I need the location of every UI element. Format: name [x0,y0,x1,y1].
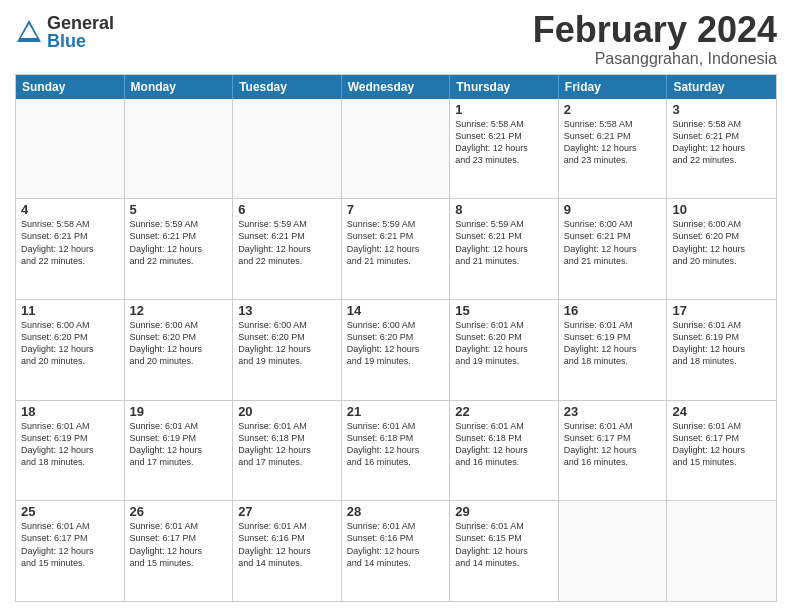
calendar-cell: 28Sunrise: 6:01 AM Sunset: 6:16 PM Dayli… [342,501,451,601]
calendar-row-1: 4Sunrise: 5:58 AM Sunset: 6:21 PM Daylig… [16,198,776,299]
calendar-cell: 1Sunrise: 5:58 AM Sunset: 6:21 PM Daylig… [450,99,559,199]
header-day-saturday: Saturday [667,75,776,99]
page: General Blue February 2024 Pasanggrahan,… [0,0,792,612]
day-number: 9 [564,202,662,217]
day-number: 23 [564,404,662,419]
day-info: Sunrise: 6:01 AM Sunset: 6:15 PM Dayligh… [455,520,553,569]
day-info: Sunrise: 6:01 AM Sunset: 6:19 PM Dayligh… [564,319,662,368]
calendar: SundayMondayTuesdayWednesdayThursdayFrid… [15,74,777,602]
day-info: Sunrise: 6:01 AM Sunset: 6:18 PM Dayligh… [347,420,445,469]
day-info: Sunrise: 5:58 AM Sunset: 6:21 PM Dayligh… [455,118,553,167]
day-number: 6 [238,202,336,217]
calendar-cell: 19Sunrise: 6:01 AM Sunset: 6:19 PM Dayli… [125,401,234,501]
calendar-cell: 27Sunrise: 6:01 AM Sunset: 6:16 PM Dayli… [233,501,342,601]
calendar-cell: 8Sunrise: 5:59 AM Sunset: 6:21 PM Daylig… [450,199,559,299]
day-number: 8 [455,202,553,217]
day-info: Sunrise: 6:01 AM Sunset: 6:17 PM Dayligh… [672,420,771,469]
day-info: Sunrise: 5:58 AM Sunset: 6:21 PM Dayligh… [564,118,662,167]
calendar-cell: 10Sunrise: 6:00 AM Sunset: 6:20 PM Dayli… [667,199,776,299]
logo-icon [15,18,43,46]
calendar-cell: 7Sunrise: 5:59 AM Sunset: 6:21 PM Daylig… [342,199,451,299]
day-number: 19 [130,404,228,419]
day-number: 16 [564,303,662,318]
logo-blue: Blue [47,32,114,50]
header: General Blue February 2024 Pasanggrahan,… [15,10,777,68]
day-number: 24 [672,404,771,419]
header-day-monday: Monday [125,75,234,99]
calendar-cell: 14Sunrise: 6:00 AM Sunset: 6:20 PM Dayli… [342,300,451,400]
location: Pasanggrahan, Indonesia [533,50,777,68]
day-number: 4 [21,202,119,217]
calendar-cell [16,99,125,199]
calendar-cell [559,501,668,601]
day-number: 17 [672,303,771,318]
day-number: 21 [347,404,445,419]
day-info: Sunrise: 6:00 AM Sunset: 6:20 PM Dayligh… [238,319,336,368]
day-info: Sunrise: 6:00 AM Sunset: 6:20 PM Dayligh… [672,218,771,267]
day-number: 20 [238,404,336,419]
header-day-wednesday: Wednesday [342,75,451,99]
header-day-tuesday: Tuesday [233,75,342,99]
day-info: Sunrise: 6:01 AM Sunset: 6:17 PM Dayligh… [21,520,119,569]
day-number: 2 [564,102,662,117]
calendar-cell: 4Sunrise: 5:58 AM Sunset: 6:21 PM Daylig… [16,199,125,299]
day-number: 25 [21,504,119,519]
day-info: Sunrise: 6:01 AM Sunset: 6:17 PM Dayligh… [564,420,662,469]
calendar-cell: 15Sunrise: 6:01 AM Sunset: 6:20 PM Dayli… [450,300,559,400]
day-number: 1 [455,102,553,117]
header-day-thursday: Thursday [450,75,559,99]
header-day-sunday: Sunday [16,75,125,99]
calendar-row-4: 25Sunrise: 6:01 AM Sunset: 6:17 PM Dayli… [16,500,776,601]
calendar-cell: 3Sunrise: 5:58 AM Sunset: 6:21 PM Daylig… [667,99,776,199]
calendar-cell: 11Sunrise: 6:00 AM Sunset: 6:20 PM Dayli… [16,300,125,400]
calendar-cell: 18Sunrise: 6:01 AM Sunset: 6:19 PM Dayli… [16,401,125,501]
day-number: 14 [347,303,445,318]
day-info: Sunrise: 6:00 AM Sunset: 6:20 PM Dayligh… [130,319,228,368]
day-info: Sunrise: 6:01 AM Sunset: 6:18 PM Dayligh… [238,420,336,469]
day-number: 10 [672,202,771,217]
calendar-cell [125,99,234,199]
day-number: 18 [21,404,119,419]
day-info: Sunrise: 5:59 AM Sunset: 6:21 PM Dayligh… [130,218,228,267]
calendar-cell: 22Sunrise: 6:01 AM Sunset: 6:18 PM Dayli… [450,401,559,501]
calendar-cell [342,99,451,199]
day-number: 28 [347,504,445,519]
day-number: 13 [238,303,336,318]
day-info: Sunrise: 5:59 AM Sunset: 6:21 PM Dayligh… [455,218,553,267]
logo: General Blue [15,14,114,50]
day-info: Sunrise: 6:01 AM Sunset: 6:18 PM Dayligh… [455,420,553,469]
calendar-cell: 16Sunrise: 6:01 AM Sunset: 6:19 PM Dayli… [559,300,668,400]
day-info: Sunrise: 6:01 AM Sunset: 6:20 PM Dayligh… [455,319,553,368]
calendar-cell: 21Sunrise: 6:01 AM Sunset: 6:18 PM Dayli… [342,401,451,501]
day-number: 12 [130,303,228,318]
day-info: Sunrise: 6:01 AM Sunset: 6:19 PM Dayligh… [130,420,228,469]
day-info: Sunrise: 6:01 AM Sunset: 6:19 PM Dayligh… [672,319,771,368]
day-info: Sunrise: 6:01 AM Sunset: 6:16 PM Dayligh… [238,520,336,569]
month-title: February 2024 [533,10,777,50]
calendar-cell: 20Sunrise: 6:01 AM Sunset: 6:18 PM Dayli… [233,401,342,501]
day-info: Sunrise: 6:00 AM Sunset: 6:20 PM Dayligh… [347,319,445,368]
day-info: Sunrise: 5:59 AM Sunset: 6:21 PM Dayligh… [347,218,445,267]
day-info: Sunrise: 6:01 AM Sunset: 6:16 PM Dayligh… [347,520,445,569]
day-info: Sunrise: 6:01 AM Sunset: 6:17 PM Dayligh… [130,520,228,569]
logo-text: General Blue [47,14,114,50]
day-number: 7 [347,202,445,217]
day-info: Sunrise: 6:00 AM Sunset: 6:20 PM Dayligh… [21,319,119,368]
calendar-row-2: 11Sunrise: 6:00 AM Sunset: 6:20 PM Dayli… [16,299,776,400]
day-number: 5 [130,202,228,217]
day-number: 26 [130,504,228,519]
logo-general: General [47,14,114,32]
calendar-cell: 23Sunrise: 6:01 AM Sunset: 6:17 PM Dayli… [559,401,668,501]
day-info: Sunrise: 5:58 AM Sunset: 6:21 PM Dayligh… [21,218,119,267]
calendar-cell: 24Sunrise: 6:01 AM Sunset: 6:17 PM Dayli… [667,401,776,501]
day-number: 3 [672,102,771,117]
title-area: February 2024 Pasanggrahan, Indonesia [533,10,777,68]
calendar-cell [667,501,776,601]
calendar-header: SundayMondayTuesdayWednesdayThursdayFrid… [16,75,776,99]
calendar-row-0: 1Sunrise: 5:58 AM Sunset: 6:21 PM Daylig… [16,99,776,199]
calendar-cell: 13Sunrise: 6:00 AM Sunset: 6:20 PM Dayli… [233,300,342,400]
day-number: 27 [238,504,336,519]
calendar-cell: 9Sunrise: 6:00 AM Sunset: 6:21 PM Daylig… [559,199,668,299]
calendar-cell: 12Sunrise: 6:00 AM Sunset: 6:20 PM Dayli… [125,300,234,400]
calendar-cell [233,99,342,199]
